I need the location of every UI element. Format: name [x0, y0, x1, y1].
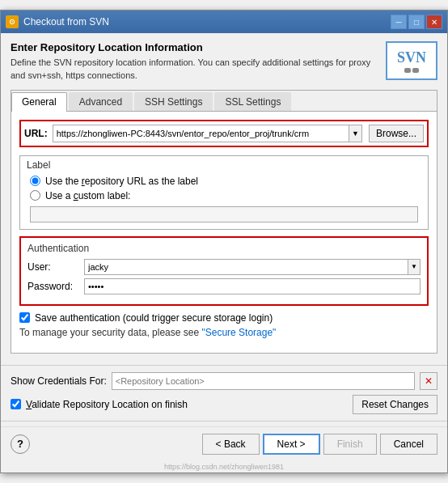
validate-row: Validate Repository Location on finish R… — [11, 395, 437, 414]
titlebar-buttons: ─ □ ✕ — [391, 15, 442, 29]
tab-general[interactable]: General — [11, 92, 67, 112]
save-auth-label: Save authentication (could trigger secur… — [35, 312, 273, 324]
label-section-title: Label — [27, 159, 421, 171]
user-input[interactable] — [84, 259, 408, 275]
header-title: Enter Repository Location Information — [11, 41, 378, 53]
tab-content: URL: ▼ Browse... Label Use the repo — [11, 112, 437, 353]
label-section: Label Use the repository URL as the labe… — [19, 155, 429, 230]
password-row: Password: — [27, 278, 421, 294]
secure-storage-link[interactable]: "Secure Storage" — [201, 327, 276, 338]
validate-left: Validate Repository Location on finish — [11, 399, 188, 410]
svn-icon: ⊙ — [6, 15, 19, 28]
save-auth-row: Save authentication (could trigger secur… — [19, 312, 429, 324]
back-button[interactable]: < Back — [202, 434, 260, 455]
svn-logo: SVN — [386, 41, 437, 80]
next-button[interactable]: Next > — [263, 434, 320, 455]
user-label: User: — [27, 261, 84, 273]
bottom-bar: ? < Back Next > Finish Cancel — [1, 426, 447, 461]
radio-use-url-input[interactable] — [30, 176, 40, 186]
titlebar: ⊙ Checkout from SVN ─ □ ✕ — [1, 11, 447, 33]
close-button[interactable]: ✕ — [426, 15, 442, 29]
url-input[interactable] — [53, 125, 349, 142]
radio-use-url: Use the repository URL as the label — [30, 176, 418, 187]
maximize-button[interactable]: □ — [408, 15, 425, 29]
password-input[interactable] — [84, 278, 421, 294]
titlebar-left: ⊙ Checkout from SVN — [6, 15, 109, 28]
auth-section: Authentication User: ▼ Password: — [19, 236, 429, 306]
url-row: URL: ▼ Browse... — [19, 120, 429, 147]
tab-ssl[interactable]: SSL Settings — [214, 92, 291, 111]
auth-title: Authentication — [27, 243, 421, 254]
cancel-button[interactable]: Cancel — [380, 434, 437, 455]
titlebar-title: Checkout from SVN — [23, 16, 109, 28]
svn-dot-1 — [404, 68, 411, 73]
watermark: https://blog.csdn.net/zhongliwen1981 — [1, 461, 447, 472]
browse-button[interactable]: Browse... — [369, 125, 424, 142]
tab-advanced[interactable]: Advanced — [69, 92, 133, 111]
nav-buttons: < Back Next > Finish Cancel — [202, 434, 437, 455]
header-section: Enter Repository Location Information De… — [11, 41, 437, 82]
radio-custom-label: Use a custom label: — [30, 190, 418, 201]
radio-use-url-label: Use the repository URL as the label — [45, 176, 198, 187]
url-combo: ▼ — [53, 125, 362, 142]
window: ⊙ Checkout from SVN ─ □ ✕ Enter Reposito… — [0, 10, 448, 473]
help-button[interactable]: ? — [11, 434, 30, 454]
url-label: URL: — [24, 128, 48, 139]
user-row: User: ▼ — [27, 259, 421, 275]
credentials-row: Show Credentials For: ✕ — [11, 372, 437, 390]
secure-storage-row: To manage your security data, please see… — [19, 327, 429, 338]
reset-changes-button[interactable]: Reset Changes — [353, 395, 437, 414]
radio-custom-label-text: Use a custom label: — [45, 190, 130, 201]
finish-button[interactable]: Finish — [323, 434, 377, 455]
validate-label: Validate Repository Location on finish — [26, 399, 188, 410]
save-auth-checkbox[interactable] — [19, 312, 30, 323]
header-text: Enter Repository Location Information De… — [11, 41, 378, 82]
svn-icon-row — [404, 68, 419, 73]
credentials-input[interactable] — [112, 372, 415, 390]
user-dropdown-button[interactable]: ▼ — [408, 259, 421, 275]
radio-custom-input[interactable] — [30, 190, 40, 201]
credentials-label: Show Credentials For: — [11, 375, 107, 387]
header-desc: Define the SVN repository location infor… — [11, 57, 378, 82]
main-content: Enter Repository Location Information De… — [1, 33, 447, 360]
tabs-bar: General Advanced SSH Settings SSL Settin… — [11, 91, 437, 112]
url-dropdown-button[interactable]: ▼ — [349, 125, 362, 142]
user-input-container: ▼ — [84, 259, 421, 275]
svn-dot-2 — [412, 68, 419, 73]
tab-ssh[interactable]: SSH Settings — [134, 92, 213, 111]
custom-label-input[interactable] — [30, 206, 418, 222]
svn-logo-text: SVN — [397, 49, 426, 66]
validate-checkbox[interactable] — [11, 399, 21, 409]
credentials-clear-button[interactable]: ✕ — [420, 372, 437, 390]
tabs-container: General Advanced SSH Settings SSL Settin… — [11, 90, 437, 354]
minimize-button[interactable]: ─ — [391, 15, 407, 29]
password-label: Password: — [27, 281, 84, 292]
secure-storage-text: To manage your security data, please see — [19, 327, 201, 338]
